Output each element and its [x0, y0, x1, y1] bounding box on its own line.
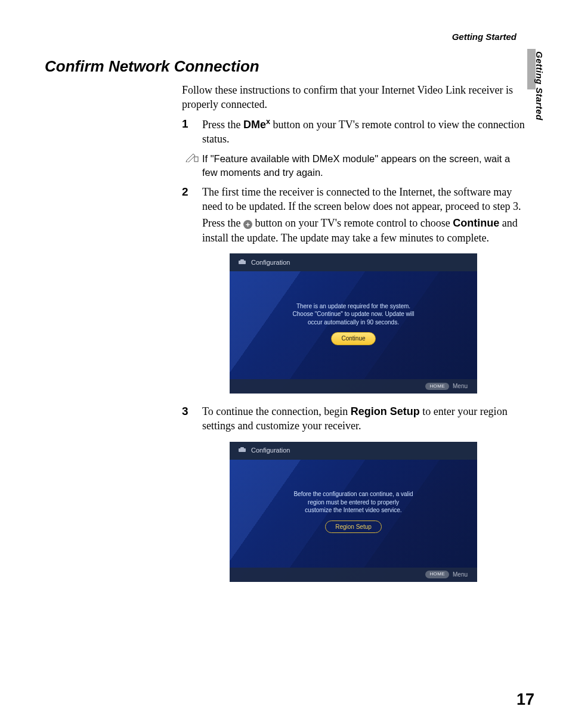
section-title: Confirm Network Connection: [45, 56, 524, 77]
menu-label: Menu: [453, 571, 468, 579]
dmex-button-label: DMex: [243, 119, 270, 131]
tv-message: Before the configuration can continue, a…: [293, 490, 413, 515]
tv-message: There is an update required for the syst…: [293, 302, 415, 327]
step-number: 2: [182, 185, 202, 247]
svg-rect-0: [194, 157, 198, 162]
intro-paragraph: Follow these instructions to confirm tha…: [182, 83, 525, 112]
tv-content: Before the configuration can continue, a…: [230, 442, 477, 582]
step-3: 3 To continue the connection, begin Regi…: [182, 404, 525, 436]
running-head: Getting Started: [452, 31, 517, 43]
note-pencil-icon: [182, 152, 202, 162]
step-1: 1 Press the DMex button on your TV's rem…: [182, 117, 525, 149]
step-number: 1: [182, 117, 202, 149]
tv-footer: HOME Menu: [230, 379, 477, 394]
tv-footer: HOME Menu: [230, 568, 477, 582]
step-body: Press the DMex button on your TV's remot…: [202, 117, 525, 149]
step-body: The first time the receiver is connected…: [202, 185, 525, 247]
body-column: Follow these instructions to confirm tha…: [182, 83, 525, 582]
region-setup-label: Region Setup: [351, 405, 420, 417]
text: Press the: [202, 119, 243, 131]
menu-label: Menu: [453, 382, 468, 391]
side-section-label: Getting Started: [533, 51, 545, 120]
home-pill: HOME: [425, 383, 449, 391]
note-text: If "Feature available with DMeX module" …: [202, 152, 525, 179]
text: Press the: [202, 217, 243, 229]
continue-button[interactable]: Continue: [331, 332, 375, 345]
step-body: To continue the connection, begin Region…: [202, 404, 525, 436]
tv-screenshot-region: Configuration Before the configuration c…: [230, 442, 477, 582]
home-pill: HOME: [425, 571, 449, 578]
manual-page: Getting Started Getting Started Confirm …: [0, 0, 569, 728]
text: button on your TV's remote control to ch…: [252, 217, 453, 229]
continue-label: Continue: [453, 217, 499, 229]
text: To continue the connection, begin: [202, 405, 351, 417]
tv-screenshot-update: Configuration There is an update require…: [230, 253, 477, 394]
region-setup-button[interactable]: Region Setup: [325, 521, 382, 534]
text: The first time the receiver is connected…: [202, 185, 525, 214]
tv-content: There is an update required for the syst…: [230, 253, 477, 394]
step-number: 3: [182, 404, 202, 436]
plus-circle-icon: +: [243, 220, 252, 229]
note: If "Feature available with DMeX module" …: [182, 152, 525, 179]
step-2: 2 The first time the receiver is connect…: [182, 185, 525, 247]
page-number: 17: [517, 689, 534, 710]
